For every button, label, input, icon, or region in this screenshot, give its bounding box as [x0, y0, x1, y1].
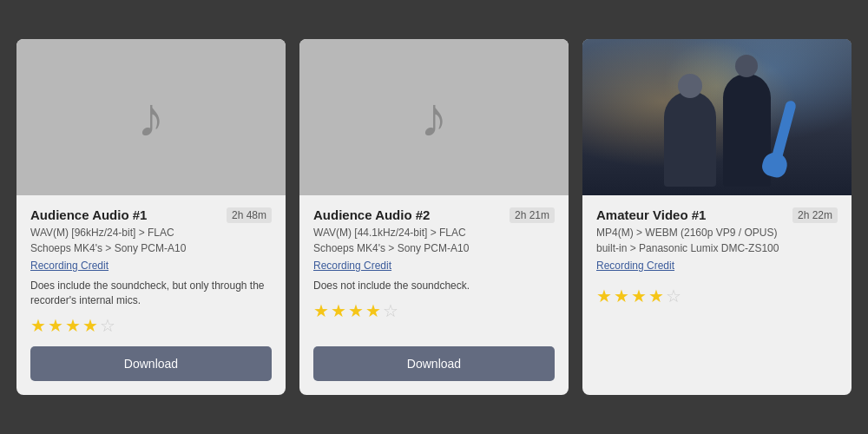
recording-credit-link-2[interactable]: Recording Credit [313, 260, 555, 272]
card-header-2: Audience Audio #2 2h 21m [313, 207, 555, 223]
concert-photo [582, 39, 852, 195]
card-source-1: Schoeps MK4's > Sony PCM-A10 [30, 242, 272, 254]
card-audience-audio-1: ♪ Audience Audio #1 2h 48m WAV(M) [96kHz… [16, 39, 286, 395]
person2-silhouette [723, 74, 771, 187]
star-3-2: ★ [614, 287, 629, 305]
card-body-1: Audience Audio #1 2h 48m WAV(M) [96kHz/2… [16, 195, 286, 395]
card-format-2: WAV(M) [44.1kHz/24-bit] > FLAC [313, 227, 555, 239]
music-note-icon-1: ♪ [137, 85, 165, 149]
card-audience-audio-2: ♪ Audience Audio #2 2h 21m WAV(M) [44.1k… [299, 39, 569, 395]
card-header-3: Amateur Video #1 2h 22m [596, 207, 838, 223]
star-2-3: ★ [348, 302, 364, 319]
star-3-1: ★ [596, 287, 612, 305]
star-1-5: ☆ [100, 317, 115, 334]
card-source-3: built-in > Panasonic Lumix DMC-ZS100 [596, 242, 838, 254]
cards-container: ♪ Audience Audio #1 2h 48m WAV(M) [96kHz… [14, 39, 854, 395]
card-thumbnail-3 [582, 39, 852, 195]
download-button-1[interactable]: Download [30, 346, 272, 381]
star-2-2: ★ [331, 302, 346, 319]
recording-credit-link-1[interactable]: Recording Credit [30, 260, 272, 272]
guitar-shape [768, 100, 796, 169]
card-body-2: Audience Audio #2 2h 21m WAV(M) [44.1kHz… [299, 195, 569, 395]
star-3-5: ☆ [666, 287, 681, 305]
card-body-3: Amateur Video #1 2h 22m MP4(M) > WEBM (2… [582, 195, 852, 395]
card-duration-2: 2h 21m [510, 207, 555, 223]
star-1-1: ★ [30, 317, 46, 334]
card-thumbnail-2: ♪ [299, 39, 569, 195]
star-2-1: ★ [313, 302, 329, 319]
card-format-1: WAV(M) [96kHz/24-bit] > FLAC [30, 227, 272, 239]
star-1-3: ★ [65, 317, 81, 334]
card-duration-3: 2h 22m [792, 207, 838, 223]
card-title-3: Amateur Video #1 [596, 207, 706, 222]
card-notes-2: Does not include the soundcheck. [313, 279, 555, 293]
star-2-4: ★ [365, 302, 381, 319]
star-3-3: ★ [631, 287, 647, 305]
star-2-5: ☆ [383, 302, 398, 319]
star-rating-1: ★ ★ ★ ★ ☆ [30, 317, 272, 334]
music-note-icon-2: ♪ [420, 85, 448, 149]
card-title-1: Audience Audio #1 [30, 207, 147, 222]
person1-silhouette [664, 91, 716, 187]
card-format-3: MP4(M) > WEBM (2160p VP9 / OPUS) [596, 227, 838, 239]
star-rating-2: ★ ★ ★ ★ ☆ [313, 302, 555, 319]
download-button-2[interactable]: Download [313, 346, 555, 381]
card-notes-1: Does include the soundcheck, but only th… [30, 279, 272, 308]
card-header-1: Audience Audio #1 2h 48m [30, 207, 272, 223]
card-duration-1: 2h 48m [227, 207, 272, 223]
star-rating-3: ★ ★ ★ ★ ☆ [596, 287, 838, 305]
card-source-2: Schoeps MK4's > Sony PCM-A10 [313, 242, 555, 254]
concert-silhouettes [664, 74, 771, 195]
star-1-4: ★ [82, 317, 98, 334]
card-thumbnail-1: ♪ [16, 39, 286, 195]
card-title-2: Audience Audio #2 [313, 207, 430, 222]
card-amateur-video-1: Amateur Video #1 2h 22m MP4(M) > WEBM (2… [582, 39, 852, 395]
recording-credit-link-3[interactable]: Recording Credit [596, 260, 838, 272]
star-1-2: ★ [48, 317, 63, 334]
star-3-4: ★ [648, 287, 664, 305]
